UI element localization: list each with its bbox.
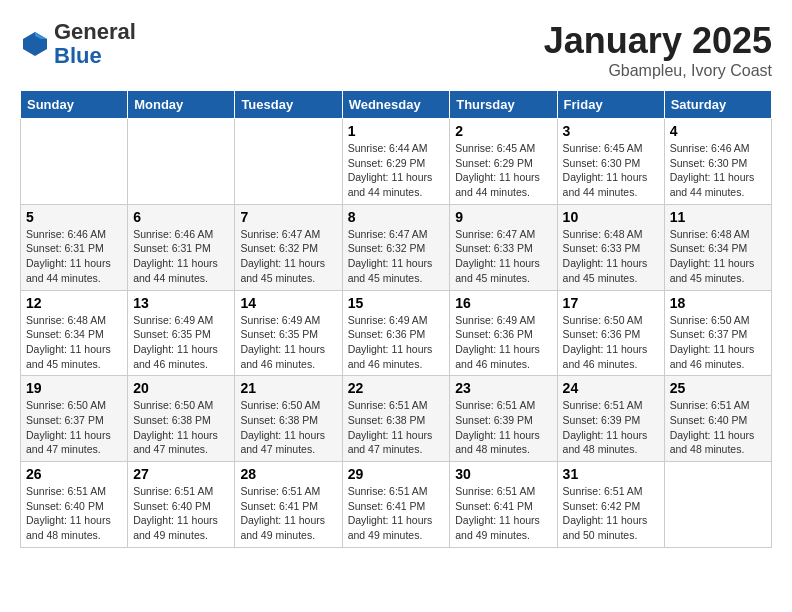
day-info: Sunrise: 6:51 AM Sunset: 6:41 PM Dayligh… (455, 484, 551, 543)
day-number: 3 (563, 123, 659, 139)
day-number: 19 (26, 380, 122, 396)
day-info: Sunrise: 6:48 AM Sunset: 6:34 PM Dayligh… (670, 227, 766, 286)
calendar-cell: 11Sunrise: 6:48 AM Sunset: 6:34 PM Dayli… (664, 204, 771, 290)
day-number: 2 (455, 123, 551, 139)
day-info: Sunrise: 6:51 AM Sunset: 6:41 PM Dayligh… (348, 484, 445, 543)
day-number: 25 (670, 380, 766, 396)
month-title: January 2025 (544, 20, 772, 62)
calendar-cell: 21Sunrise: 6:50 AM Sunset: 6:38 PM Dayli… (235, 376, 342, 462)
calendar-cell: 5Sunrise: 6:46 AM Sunset: 6:31 PM Daylig… (21, 204, 128, 290)
logo: General Blue (20, 20, 136, 68)
day-info: Sunrise: 6:48 AM Sunset: 6:33 PM Dayligh… (563, 227, 659, 286)
page-header: General Blue January 2025 Gbampleu, Ivor… (20, 20, 772, 80)
calendar-cell: 22Sunrise: 6:51 AM Sunset: 6:38 PM Dayli… (342, 376, 450, 462)
calendar-cell: 10Sunrise: 6:48 AM Sunset: 6:33 PM Dayli… (557, 204, 664, 290)
day-number: 21 (240, 380, 336, 396)
calendar-table: SundayMondayTuesdayWednesdayThursdayFrid… (20, 90, 772, 548)
calendar-cell (235, 119, 342, 205)
day-number: 28 (240, 466, 336, 482)
day-number: 14 (240, 295, 336, 311)
day-number: 12 (26, 295, 122, 311)
day-info: Sunrise: 6:51 AM Sunset: 6:39 PM Dayligh… (455, 398, 551, 457)
weekday-header-friday: Friday (557, 91, 664, 119)
day-info: Sunrise: 6:51 AM Sunset: 6:40 PM Dayligh… (26, 484, 122, 543)
weekday-header-sunday: Sunday (21, 91, 128, 119)
day-info: Sunrise: 6:51 AM Sunset: 6:38 PM Dayligh… (348, 398, 445, 457)
calendar-cell: 14Sunrise: 6:49 AM Sunset: 6:35 PM Dayli… (235, 290, 342, 376)
day-info: Sunrise: 6:50 AM Sunset: 6:36 PM Dayligh… (563, 313, 659, 372)
day-number: 22 (348, 380, 445, 396)
calendar-week-2: 5Sunrise: 6:46 AM Sunset: 6:31 PM Daylig… (21, 204, 772, 290)
day-number: 15 (348, 295, 445, 311)
day-info: Sunrise: 6:47 AM Sunset: 6:32 PM Dayligh… (240, 227, 336, 286)
day-info: Sunrise: 6:50 AM Sunset: 6:37 PM Dayligh… (670, 313, 766, 372)
calendar-cell: 24Sunrise: 6:51 AM Sunset: 6:39 PM Dayli… (557, 376, 664, 462)
calendar-cell: 12Sunrise: 6:48 AM Sunset: 6:34 PM Dayli… (21, 290, 128, 376)
calendar-cell: 19Sunrise: 6:50 AM Sunset: 6:37 PM Dayli… (21, 376, 128, 462)
calendar-cell (21, 119, 128, 205)
day-number: 4 (670, 123, 766, 139)
calendar-cell: 20Sunrise: 6:50 AM Sunset: 6:38 PM Dayli… (128, 376, 235, 462)
weekday-header-thursday: Thursday (450, 91, 557, 119)
day-number: 30 (455, 466, 551, 482)
day-info: Sunrise: 6:51 AM Sunset: 6:42 PM Dayligh… (563, 484, 659, 543)
calendar-cell: 7Sunrise: 6:47 AM Sunset: 6:32 PM Daylig… (235, 204, 342, 290)
day-info: Sunrise: 6:51 AM Sunset: 6:39 PM Dayligh… (563, 398, 659, 457)
logo-general: General (54, 19, 136, 44)
day-number: 5 (26, 209, 122, 225)
day-info: Sunrise: 6:50 AM Sunset: 6:38 PM Dayligh… (240, 398, 336, 457)
calendar-cell: 25Sunrise: 6:51 AM Sunset: 6:40 PM Dayli… (664, 376, 771, 462)
day-info: Sunrise: 6:46 AM Sunset: 6:30 PM Dayligh… (670, 141, 766, 200)
day-number: 9 (455, 209, 551, 225)
day-info: Sunrise: 6:51 AM Sunset: 6:40 PM Dayligh… (133, 484, 229, 543)
day-info: Sunrise: 6:50 AM Sunset: 6:37 PM Dayligh… (26, 398, 122, 457)
day-number: 8 (348, 209, 445, 225)
calendar-week-4: 19Sunrise: 6:50 AM Sunset: 6:37 PM Dayli… (21, 376, 772, 462)
day-info: Sunrise: 6:46 AM Sunset: 6:31 PM Dayligh… (26, 227, 122, 286)
day-info: Sunrise: 6:47 AM Sunset: 6:33 PM Dayligh… (455, 227, 551, 286)
calendar-week-5: 26Sunrise: 6:51 AM Sunset: 6:40 PM Dayli… (21, 462, 772, 548)
calendar-cell: 17Sunrise: 6:50 AM Sunset: 6:36 PM Dayli… (557, 290, 664, 376)
calendar-cell: 16Sunrise: 6:49 AM Sunset: 6:36 PM Dayli… (450, 290, 557, 376)
day-info: Sunrise: 6:51 AM Sunset: 6:40 PM Dayligh… (670, 398, 766, 457)
day-number: 26 (26, 466, 122, 482)
day-info: Sunrise: 6:47 AM Sunset: 6:32 PM Dayligh… (348, 227, 445, 286)
weekday-header-saturday: Saturday (664, 91, 771, 119)
day-info: Sunrise: 6:49 AM Sunset: 6:35 PM Dayligh… (240, 313, 336, 372)
day-info: Sunrise: 6:44 AM Sunset: 6:29 PM Dayligh… (348, 141, 445, 200)
weekday-header-wednesday: Wednesday (342, 91, 450, 119)
calendar-week-3: 12Sunrise: 6:48 AM Sunset: 6:34 PM Dayli… (21, 290, 772, 376)
day-number: 13 (133, 295, 229, 311)
calendar-cell: 29Sunrise: 6:51 AM Sunset: 6:41 PM Dayli… (342, 462, 450, 548)
day-info: Sunrise: 6:49 AM Sunset: 6:36 PM Dayligh… (455, 313, 551, 372)
calendar-cell: 18Sunrise: 6:50 AM Sunset: 6:37 PM Dayli… (664, 290, 771, 376)
weekday-header-tuesday: Tuesday (235, 91, 342, 119)
day-number: 24 (563, 380, 659, 396)
day-info: Sunrise: 6:46 AM Sunset: 6:31 PM Dayligh… (133, 227, 229, 286)
location: Gbampleu, Ivory Coast (544, 62, 772, 80)
day-number: 23 (455, 380, 551, 396)
calendar-cell: 28Sunrise: 6:51 AM Sunset: 6:41 PM Dayli… (235, 462, 342, 548)
calendar-cell (664, 462, 771, 548)
calendar-cell: 27Sunrise: 6:51 AM Sunset: 6:40 PM Dayli… (128, 462, 235, 548)
title-block: January 2025 Gbampleu, Ivory Coast (544, 20, 772, 80)
day-number: 17 (563, 295, 659, 311)
day-number: 7 (240, 209, 336, 225)
calendar-cell: 30Sunrise: 6:51 AM Sunset: 6:41 PM Dayli… (450, 462, 557, 548)
day-number: 27 (133, 466, 229, 482)
calendar-cell: 13Sunrise: 6:49 AM Sunset: 6:35 PM Dayli… (128, 290, 235, 376)
day-info: Sunrise: 6:50 AM Sunset: 6:38 PM Dayligh… (133, 398, 229, 457)
day-number: 11 (670, 209, 766, 225)
calendar-cell: 6Sunrise: 6:46 AM Sunset: 6:31 PM Daylig… (128, 204, 235, 290)
day-number: 31 (563, 466, 659, 482)
day-info: Sunrise: 6:48 AM Sunset: 6:34 PM Dayligh… (26, 313, 122, 372)
day-number: 20 (133, 380, 229, 396)
calendar-cell: 8Sunrise: 6:47 AM Sunset: 6:32 PM Daylig… (342, 204, 450, 290)
logo-blue: Blue (54, 43, 102, 68)
calendar-cell: 26Sunrise: 6:51 AM Sunset: 6:40 PM Dayli… (21, 462, 128, 548)
calendar-cell (128, 119, 235, 205)
day-number: 10 (563, 209, 659, 225)
calendar-cell: 31Sunrise: 6:51 AM Sunset: 6:42 PM Dayli… (557, 462, 664, 548)
weekday-header-row: SundayMondayTuesdayWednesdayThursdayFrid… (21, 91, 772, 119)
day-info: Sunrise: 6:45 AM Sunset: 6:29 PM Dayligh… (455, 141, 551, 200)
